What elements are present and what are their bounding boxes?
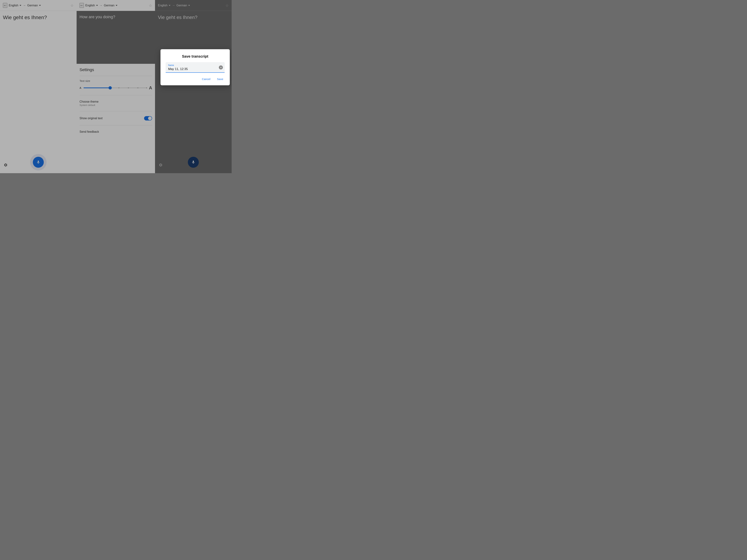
dialog-title: Save transcript: [165, 54, 225, 58]
dialog-input-group: Name ✕: [165, 62, 225, 73]
save-transcript-dialog: Save transcript Name ✕ Cancel Save: [160, 49, 230, 85]
dialog-actions: Cancel Save: [165, 76, 225, 82]
dialog-cancel-button[interactable]: Cancel: [201, 76, 212, 82]
dialog-name-input[interactable]: [168, 67, 222, 71]
dialog-clear-button[interactable]: ✕: [219, 65, 223, 70]
dialog-name-label: Name: [168, 64, 222, 66]
dialog-overlay: Save transcript Name ✕ Cancel Save: [0, 0, 232, 173]
dialog-save-button[interactable]: Save: [215, 76, 225, 82]
dialog-underline: [165, 72, 225, 73]
